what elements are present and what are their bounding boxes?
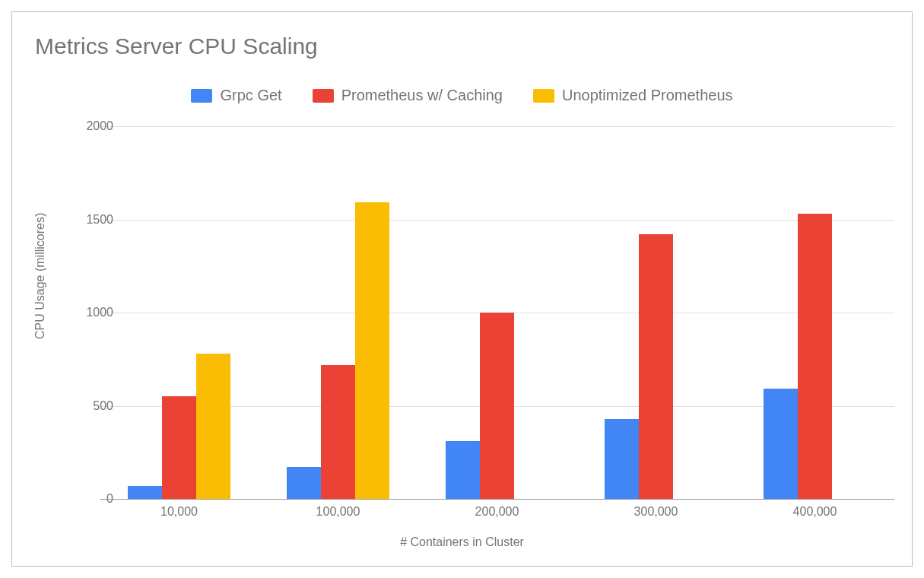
bar — [639, 234, 673, 499]
bar — [287, 467, 321, 499]
x-tick-label: 10,000 — [160, 505, 198, 519]
y-tick-label: 1000 — [86, 306, 113, 319]
legend-swatch — [533, 89, 554, 103]
bar — [128, 486, 162, 499]
legend-item-grpc: Grpc Get — [191, 87, 281, 104]
x-tick-label: 200,000 — [475, 505, 519, 519]
bar — [764, 389, 798, 499]
legend-label: Grpc Get — [220, 87, 281, 104]
bar — [798, 214, 832, 499]
legend-swatch — [313, 89, 334, 103]
y-tick-label: 500 — [93, 399, 113, 413]
legend-swatch — [191, 89, 212, 103]
y-tick-label: 0 — [106, 492, 113, 506]
y-tick-label: 1500 — [86, 213, 113, 227]
bar — [480, 313, 514, 499]
legend-item-prom-unopt: Unoptimized Prometheus — [533, 87, 733, 104]
legend-item-prom-cache: Prometheus w/ Caching — [313, 87, 503, 104]
x-tick-label: 100,000 — [316, 505, 360, 519]
x-tick-label: 300,000 — [634, 505, 678, 519]
bar — [605, 419, 639, 499]
legend-label: Unoptimized Prometheus — [562, 87, 733, 104]
legend-label: Prometheus w/ Caching — [341, 87, 503, 104]
chart-frame: Metrics Server CPU Scaling Grpc Get Prom… — [11, 11, 913, 567]
bar — [355, 202, 389, 499]
x-axis-label: # Containers in Cluster — [12, 535, 912, 549]
x-tick-label: 400,000 — [793, 505, 837, 519]
bar — [446, 441, 480, 499]
legend: Grpc Get Prometheus w/ Caching Unoptimiz… — [12, 87, 912, 104]
plot-area — [100, 126, 894, 499]
y-tick-label: 2000 — [86, 119, 113, 133]
bar — [162, 396, 196, 499]
y-axis-label: CPU Usage (millicores) — [33, 213, 47, 339]
chart-title: Metrics Server CPU Scaling — [35, 33, 318, 59]
bar — [321, 365, 355, 499]
bar — [196, 354, 230, 499]
x-ticks: 10,000100,000200,000300,000400,000 — [100, 505, 894, 523]
